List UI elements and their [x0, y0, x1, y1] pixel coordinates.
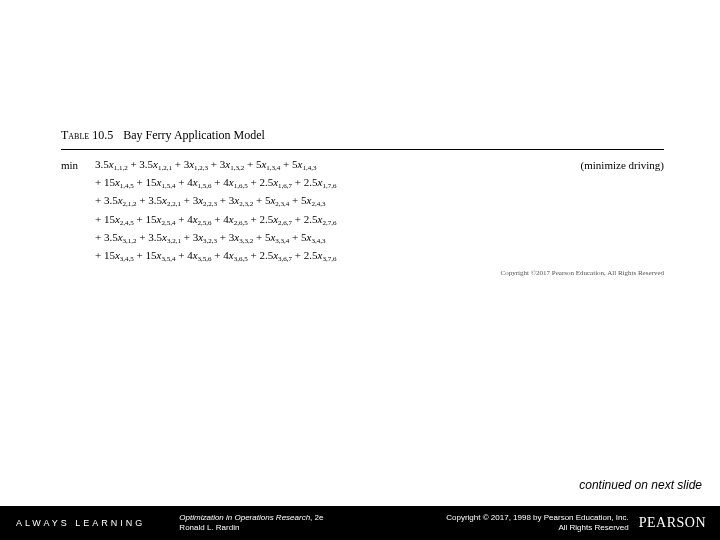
term: + 15x2,5,4 — [137, 213, 179, 225]
term-row: + 15x2,4,5 + 15x2,5,4 + 4x2,5,6 + 4x2,6,… — [95, 211, 563, 229]
term: + 15x1,4,5 — [95, 176, 137, 188]
copyright-line-2: All Rights Reserved — [323, 523, 628, 533]
term: + 4x2,5,6 — [178, 213, 214, 225]
footer-copyright: Copyright © 2017, 1998 by Pearson Educat… — [323, 513, 638, 534]
term: + 2.5x3,6,7 — [250, 249, 294, 261]
term: + 3x2,3,2 — [220, 194, 256, 206]
term: + 3.5x3,1,2 — [95, 231, 139, 243]
term: + 4x2,6,5 — [214, 213, 250, 225]
term: + 5x1,4,3 — [283, 158, 316, 170]
term: + 4x3,5,6 — [178, 249, 214, 261]
term: + 15x1,5,4 — [137, 176, 179, 188]
term: + 3x3,3,2 — [220, 231, 256, 243]
term-row: + 15x1,4,5 + 15x1,5,4 + 4x1,5,6 + 4x1,6,… — [95, 174, 563, 192]
pearson-logo: PEARSON — [639, 515, 720, 531]
objective-note: (minimize driving) — [563, 156, 664, 265]
term: + 5x1,3,4 — [247, 158, 283, 170]
book-edition: , 2e — [310, 513, 323, 522]
book-author: Ronald L. Rardin — [179, 523, 323, 533]
term: + 2.5x3,7,6 — [295, 249, 337, 261]
term: + 15x2,4,5 — [95, 213, 137, 225]
copyright-line-1: Copyright © 2017, 1998 by Pearson Educat… — [323, 513, 628, 523]
objective-label: min — [61, 156, 95, 265]
term: + 15x3,4,5 — [95, 249, 137, 261]
table-number: Table 10.5 — [61, 128, 113, 143]
footer: ALWAYS LEARNING Optimization in Operatio… — [0, 506, 720, 540]
table-title: Bay Ferry Application Model — [123, 128, 265, 143]
term: + 3.5x2,2,1 — [139, 194, 183, 206]
term: + 3x2,2,3 — [184, 194, 220, 206]
slide: Table 10.5 Bay Ferry Application Model m… — [0, 0, 720, 540]
term: + 5x2,4,3 — [292, 194, 325, 206]
term: + 5x2,3,4 — [256, 194, 292, 206]
term: 3.5x1,1,2 — [95, 158, 130, 170]
term: + 2.5x2,7,6 — [295, 213, 337, 225]
term: + 4x3,6,5 — [214, 249, 250, 261]
continued-label: continued on next slide — [579, 478, 702, 492]
term: + 3x3,2,3 — [184, 231, 220, 243]
book-info: Optimization in Operations Research, 2e … — [145, 513, 323, 534]
book-title: Optimization in Operations Research — [179, 513, 310, 522]
term: + 2.5x1,6,7 — [250, 176, 294, 188]
objective-terms: 3.5x1,1,2 + 3.5x1,2,1 + 3x1,2,3 + 3x1,3,… — [95, 156, 563, 265]
term: + 2.5x1,7,6 — [295, 176, 337, 188]
term: + 2.5x2,6,7 — [250, 213, 294, 225]
term: + 15x3,5,4 — [137, 249, 179, 261]
term-row: 3.5x1,1,2 + 3.5x1,2,1 + 3x1,2,3 + 3x1,3,… — [95, 156, 563, 174]
term: + 4x1,5,6 — [178, 176, 214, 188]
term: + 3.5x2,1,2 — [95, 194, 139, 206]
term-row: + 3.5x2,1,2 + 3.5x2,2,1 + 3x2,2,3 + 3x2,… — [95, 192, 563, 210]
term: + 4x1,6,5 — [214, 176, 250, 188]
term: + 5x3,3,4 — [256, 231, 292, 243]
term: + 3.5x1,2,1 — [130, 158, 174, 170]
table-header: Table 10.5 Bay Ferry Application Model — [61, 128, 664, 150]
objective: min 3.5x1,1,2 + 3.5x1,2,1 + 3x1,2,3 + 3x… — [61, 156, 664, 265]
table-block: Table 10.5 Bay Ferry Application Model m… — [61, 128, 664, 277]
term: + 3x1,3,2 — [211, 158, 247, 170]
always-learning-brand: ALWAYS LEARNING — [0, 518, 145, 528]
table-copyright: Copyright ©2017 Pearson Education, All R… — [61, 269, 664, 277]
term-row: + 3.5x3,1,2 + 3.5x3,2,1 + 3x3,2,3 + 3x3,… — [95, 229, 563, 247]
term: + 3.5x3,2,1 — [139, 231, 183, 243]
term: + 3x1,2,3 — [175, 158, 211, 170]
term-row: + 15x3,4,5 + 15x3,5,4 + 4x3,5,6 + 4x3,6,… — [95, 247, 563, 265]
term: + 5x3,4,3 — [292, 231, 325, 243]
